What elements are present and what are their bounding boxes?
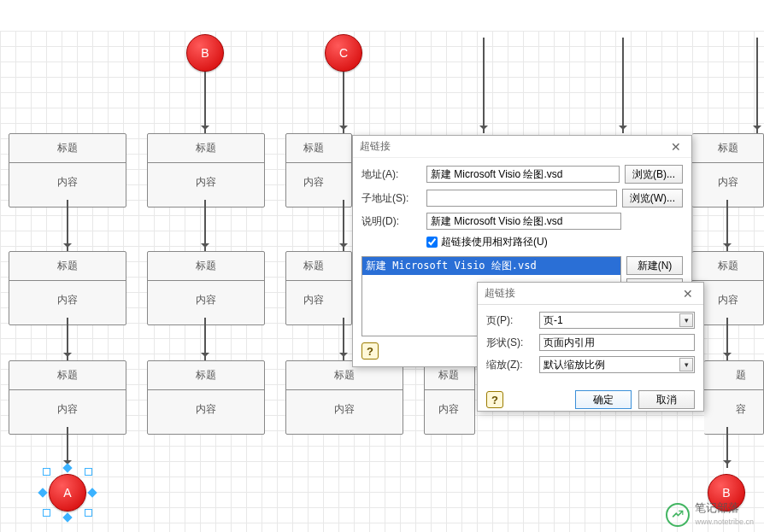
flow-card[interactable]: 标题内容	[147, 360, 265, 435]
subaddress-input[interactable]	[426, 190, 617, 207]
close-icon[interactable]: ✕	[679, 287, 696, 301]
arrow	[483, 38, 485, 133]
flow-card[interactable]: 标题内容	[9, 360, 126, 435]
watermark-url: www.notetribe.cn	[695, 517, 754, 526]
arrow	[204, 200, 206, 251]
ok-button[interactable]: 确定	[575, 390, 632, 409]
node-circle-b[interactable]: B	[186, 34, 224, 72]
card-title: 标题	[9, 134, 126, 163]
card-title: 标题	[148, 361, 264, 390]
card-body: 内容	[425, 390, 474, 434]
arrow	[204, 72, 206, 133]
flow-card[interactable]: 标题内容	[9, 133, 126, 208]
new-button[interactable]: 新建(N)	[626, 256, 683, 275]
shape-input[interactable]	[539, 334, 695, 351]
card-body: 内容	[286, 390, 403, 434]
node-label: A	[63, 486, 71, 500]
card-title: 标题	[286, 134, 351, 163]
flow-card[interactable]: 标题内容	[285, 251, 352, 325]
help-icon[interactable]: ?	[486, 391, 503, 408]
arrow	[343, 200, 344, 251]
watermark: 笔记部落 www.notetribe.cn	[666, 502, 754, 527]
page-select[interactable]	[539, 312, 695, 329]
node-circle-a[interactable]: A	[49, 474, 86, 512]
arrow	[343, 318, 344, 360]
arrow	[726, 427, 728, 468]
arrow	[67, 200, 68, 251]
card-title: 标题	[286, 252, 351, 281]
selection-handle[interactable]	[85, 468, 92, 476]
card-title: 标题	[148, 252, 264, 281]
card-body: 内容	[286, 163, 351, 207]
arrow	[756, 38, 758, 133]
flow-card[interactable]: 题容	[704, 360, 764, 435]
selection-handle[interactable]	[85, 509, 92, 517]
dialog-titlebar[interactable]: 超链接 ✕	[353, 136, 691, 158]
arrow	[67, 318, 68, 360]
flow-card[interactable]: 标题内容	[147, 133, 265, 208]
flow-card[interactable]: 标题内容	[285, 360, 403, 435]
dialog-titlebar[interactable]: 超链接 ✕	[478, 283, 703, 305]
selection-handle[interactable]	[43, 509, 50, 517]
arrow	[726, 200, 728, 251]
help-icon[interactable]: ?	[361, 342, 379, 360]
watermark-icon	[666, 503, 690, 527]
flow-card[interactable]: 标题内容	[147, 251, 265, 325]
relative-path-label: 超链接使用相对路径(U)	[441, 235, 548, 249]
arrow	[622, 38, 624, 133]
page-label: 页(P):	[486, 313, 534, 328]
card-title: 题	[704, 361, 763, 390]
browse-b-button[interactable]: 浏览(B)...	[625, 165, 683, 184]
node-label: B	[201, 46, 209, 60]
zoom-label: 缩放(Z):	[486, 358, 534, 372]
hyperlink-sub-dialog: 超链接 ✕ 页(P): ▾ 形状(S): 缩放(Z): ▾ ? 确定 取消	[477, 282, 704, 412]
flow-card[interactable]: 标题内容	[285, 133, 352, 208]
relative-path-checkbox[interactable]	[426, 237, 438, 248]
flow-card[interactable]: 标题内容	[692, 133, 764, 208]
arrow	[343, 72, 344, 133]
shape-label: 形状(S):	[486, 336, 534, 350]
selection-handle[interactable]	[43, 468, 50, 476]
card-body: 内容	[286, 281, 351, 324]
card-title: 标题	[148, 134, 264, 163]
arrow	[726, 318, 728, 360]
watermark-name: 笔记部落	[695, 502, 754, 514]
dialog-title-text: 超链接	[360, 139, 391, 154]
cancel-button[interactable]: 取消	[638, 390, 695, 409]
arrow	[204, 318, 206, 360]
description-label: 说明(D):	[361, 214, 421, 229]
close-icon[interactable]: ✕	[667, 140, 685, 154]
card-body: 内容	[148, 281, 264, 324]
card-body: 容	[704, 390, 763, 434]
arrow	[67, 427, 68, 468]
card-title: 标题	[9, 361, 126, 390]
node-label: B	[722, 486, 730, 500]
address-label: 地址(A):	[361, 167, 421, 182]
node-circle-c[interactable]: C	[325, 34, 362, 72]
node-label: C	[339, 46, 348, 60]
card-title: 标题	[692, 134, 763, 163]
card-body: 内容	[148, 163, 264, 207]
flow-card[interactable]: 标题内容	[9, 251, 126, 325]
browse-w-button[interactable]: 浏览(W)...	[622, 189, 683, 208]
card-body: 内容	[148, 390, 264, 434]
list-item[interactable]: 新建 Microsoft Visio 绘图.vsd	[362, 257, 620, 275]
address-input[interactable]	[426, 166, 620, 183]
dialog-title-text: 超链接	[485, 286, 515, 301]
subaddress-label: 子地址(S):	[361, 191, 421, 206]
zoom-select[interactable]	[539, 356, 695, 373]
flow-card[interactable]: 标题内容	[424, 360, 475, 435]
description-input[interactable]	[426, 213, 621, 230]
card-title: 标题	[692, 252, 763, 281]
card-title: 标题	[9, 252, 126, 281]
